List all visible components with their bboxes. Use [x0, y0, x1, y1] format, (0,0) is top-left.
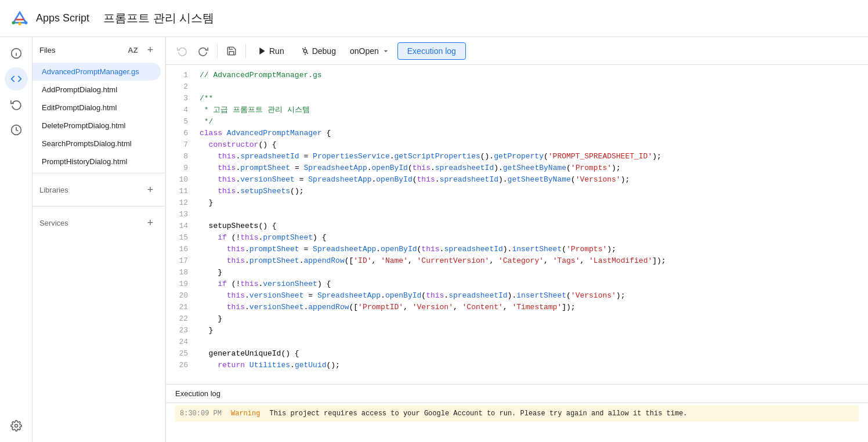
add-service-button[interactable]: +: [142, 215, 158, 231]
line-number: 9: [166, 162, 195, 174]
execution-log-button[interactable]: Execution log: [397, 42, 466, 60]
code-icon: [10, 73, 22, 85]
code-line: this.versionSheet = SpreadsheetApp.openB…: [200, 290, 868, 302]
code-line: this.spreadsheetId = PropertiesService.g…: [200, 151, 868, 162]
editor-area: Run Debug onOpen Execution log: [166, 37, 868, 442]
line-numbers: 1234567891011121314151617181920212223242…: [166, 65, 195, 384]
code-icon-btn[interactable]: [5, 67, 28, 90]
line-number: 22: [166, 313, 195, 325]
code-line: this.setupSheets();: [200, 186, 868, 197]
libraries-label: Libraries: [39, 186, 68, 194]
svg-marker-9: [259, 48, 265, 55]
execution-log-label: Execution log: [407, 46, 456, 56]
files-label: Files: [39, 46, 55, 55]
code-line: if (!this.versionSheet) {: [200, 278, 868, 290]
svg-point-2: [12, 21, 15, 24]
code-line: this.versionSheet = SpreadsheetApp.openB…: [200, 174, 868, 186]
clock-icon-btn[interactable]: [5, 118, 28, 142]
code-line: return Utilities.getUuid();: [200, 360, 868, 371]
run-button[interactable]: Run: [251, 43, 291, 59]
line-number: 14: [166, 220, 195, 232]
code-line: }: [200, 325, 868, 336]
function-selector[interactable]: onOpen: [345, 44, 395, 58]
line-number: 20: [166, 290, 195, 302]
code-line: if (!this.promptSheet) {: [200, 232, 868, 244]
line-number: 25: [166, 348, 195, 360]
add-file-button[interactable]: +: [142, 42, 158, 58]
svg-line-14: [307, 52, 308, 53]
run-icon: [258, 46, 267, 56]
line-number: 5: [166, 116, 195, 128]
redo-icon: [198, 46, 208, 56]
debug-icon: [301, 46, 310, 56]
apps-script-logo: [9, 8, 30, 29]
code-line: setupSheets() {: [200, 220, 868, 232]
code-content[interactable]: // AdvancedPromptManager.gs /** * 고급 프롬프…: [195, 65, 868, 384]
save-button[interactable]: [222, 42, 241, 60]
logo-area: Apps Script: [9, 8, 89, 29]
settings-icon-btn[interactable]: [5, 414, 28, 437]
code-line: [200, 209, 868, 220]
code-line: // AdvancedPromptManager.gs: [200, 70, 868, 81]
history-icon-btn[interactable]: [5, 93, 28, 116]
icon-sidebar: [0, 37, 32, 442]
dropdown-icon: [381, 46, 390, 56]
line-number: 15: [166, 232, 195, 244]
save-icon: [226, 46, 237, 56]
execution-log-panel: Execution log 8:30:09 PM Warning This pr…: [166, 384, 868, 442]
code-line: class AdvancedPromptManager {: [200, 128, 868, 139]
line-number: 6: [166, 128, 195, 139]
line-number: 21: [166, 302, 195, 313]
line-number: 3: [166, 93, 195, 104]
file-item-0[interactable]: AdvancedPromptManager.gs: [32, 63, 161, 81]
line-number: 23: [166, 325, 195, 336]
line-number: 7: [166, 139, 195, 151]
svg-point-10: [303, 49, 306, 52]
code-line: this.promptSheet = SpreadsheetApp.openBy…: [200, 244, 868, 255]
file-sidebar: Files AZ + AdvancedPromptManager.gs AddP…: [32, 37, 166, 442]
code-line: }: [200, 267, 868, 278]
line-number: 1: [166, 70, 195, 81]
libraries-section: Libraries +: [32, 176, 165, 204]
clock-icon: [10, 124, 22, 136]
file-item-2[interactable]: EditPromptDialog.html: [32, 99, 161, 117]
svg-point-8: [15, 425, 17, 427]
debug-label: Debug: [312, 46, 336, 56]
code-line: constructor() {: [200, 139, 868, 151]
undo-button[interactable]: [173, 42, 191, 60]
svg-line-13: [302, 48, 303, 49]
code-line: * 고급 프롬프트 관리 시스템: [200, 104, 868, 116]
exec-log-time: 8:30:09 PM: [180, 407, 222, 421]
add-library-button[interactable]: +: [142, 182, 158, 198]
editor-toolbar: Run Debug onOpen Execution log: [166, 37, 868, 65]
az-icon: AZ: [128, 46, 138, 55]
code-line: */: [200, 116, 868, 128]
file-item-5[interactable]: PromptHistoryDialog.html: [32, 153, 161, 171]
line-number: 2: [166, 81, 195, 93]
sort-az-button[interactable]: AZ: [125, 42, 141, 58]
line-number: 8: [166, 151, 195, 162]
line-number: 10: [166, 174, 195, 186]
line-number: 26: [166, 360, 195, 371]
project-title: 프롬프트 관리 시스템: [103, 10, 214, 26]
file-item-1[interactable]: AddPromptDialog.html: [32, 81, 161, 99]
run-label: Run: [269, 46, 284, 56]
debug-button[interactable]: Debug: [294, 43, 343, 59]
line-number: 19: [166, 278, 195, 290]
file-item-4[interactable]: SearchPromptsDialog.html: [32, 135, 161, 153]
undo-icon: [177, 46, 187, 56]
line-number: 13: [166, 209, 195, 220]
code-line: /**: [200, 93, 868, 104]
code-line: this.promptSheet = SpreadsheetApp.openBy…: [200, 162, 868, 174]
code-line: this.versionSheet.appendRow(['PromptID',…: [200, 302, 868, 313]
file-item-3[interactable]: DeletePromptDialog.html: [32, 117, 161, 135]
line-number: 18: [166, 267, 195, 278]
line-number: 4: [166, 104, 195, 116]
toolbar-divider-2: [245, 44, 246, 58]
code-editor: 1234567891011121314151617181920212223242…: [166, 65, 868, 384]
exec-log-content: 8:30:09 PM Warning This project requires…: [166, 403, 868, 442]
code-line: [200, 336, 868, 348]
code-line: }: [200, 313, 868, 325]
redo-button[interactable]: [194, 42, 212, 60]
info-icon-btn[interactable]: [5, 42, 28, 65]
